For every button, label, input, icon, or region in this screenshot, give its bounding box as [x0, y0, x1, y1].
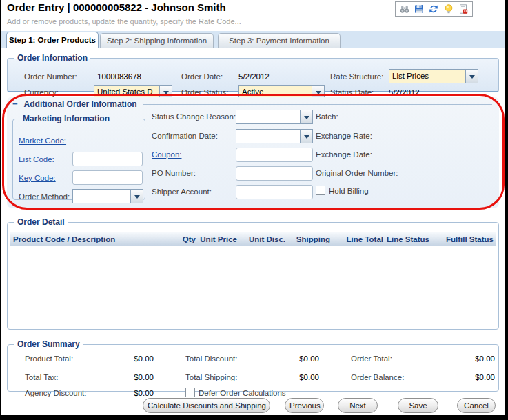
original-order-number-label: Original Order Number:: [316, 168, 398, 178]
status-date-label: Status Date:: [330, 88, 374, 97]
order-date-label: Order Date:: [181, 72, 223, 81]
order-balance-value: $0.00: [440, 372, 495, 382]
defer-order-calculations-checkbox[interactable]: [185, 388, 195, 397]
order-number-value: 1000083678: [97, 72, 141, 81]
column-qty: Qty: [158, 235, 196, 243]
order-number-label: Order Number:: [24, 72, 77, 81]
order-total-label: Order Total:: [351, 354, 392, 363]
rate-structure-select[interactable]: List Prices: [389, 69, 478, 83]
marketing-information-panel: Marketing Information Market Code: List …: [12, 114, 145, 200]
column-unit-disc: Unit Disc.: [237, 235, 285, 243]
previous-button[interactable]: Previous: [285, 398, 324, 413]
calculate-discounts-shipping-button[interactable]: Calculate Discounts and Shipping: [143, 398, 270, 413]
total-shipping-value: $0.00: [268, 372, 319, 382]
total-discount-value: $0.00: [268, 354, 319, 363]
status-change-reason-selected-value: [236, 110, 300, 123]
column-product-code-description: Product Code / Description: [10, 235, 158, 243]
chevron-down-icon[interactable]: [300, 130, 312, 143]
chevron-down-icon[interactable]: [465, 70, 478, 83]
exchange-rate-label: Exchange Rate:: [316, 131, 372, 141]
total-tax-label: Total Tax:: [25, 372, 58, 382]
chevron-down-icon[interactable]: [300, 110, 312, 123]
order-detail-header-row: Product Code / Description Qty Unit Pric…: [10, 232, 496, 246]
agency-discount-value: $0.00: [101, 388, 154, 398]
tab-strip: Step 1: Order Products Step 2: Shipping …: [1, 31, 505, 48]
total-discount-label: Total Discount:: [185, 354, 237, 363]
hold-billing-label: Hold Billing: [329, 186, 369, 196]
save-button[interactable]: Save: [398, 398, 438, 413]
total-tax-value: $0.00: [101, 372, 154, 382]
key-code-link[interactable]: Key Code:: [19, 173, 56, 183]
next-button[interactable]: Next: [338, 398, 378, 413]
order-information-legend: Order Information: [14, 53, 90, 63]
order-detail-legend: Order Detail: [14, 217, 68, 227]
order-method-label: Order Method:: [19, 192, 70, 201]
page-subtitle: Add or remove products, update the quant…: [7, 17, 241, 26]
column-fulfill-status: Fulfill Status: [433, 235, 496, 243]
agency-discount-label: Agency Discount:: [25, 388, 87, 398]
page-title: Order Entry | 000000005822 - Johnson Smi…: [7, 1, 226, 13]
product-total-label: Product Total:: [25, 354, 73, 363]
status-change-reason-label: Status Change Reason:: [152, 112, 236, 121]
screenshot-frame: Order Entry | 000000005822 - Johnson Smi…: [0, 0, 508, 420]
order-summary-legend: Order Summary: [14, 339, 83, 349]
order-entry-window: Order Entry | 000000005822 - Johnson Smi…: [1, 0, 505, 415]
additional-section-title: Additional Order Information: [24, 99, 137, 109]
column-line-status: Line Status: [383, 235, 433, 243]
list-code-link[interactable]: List Code:: [19, 154, 54, 164]
status-change-reason-select[interactable]: [236, 110, 313, 124]
confirmation-date-selected-value: [236, 130, 300, 143]
exchange-date-label: Exchange Date:: [316, 150, 372, 159]
column-unit-price: Unit Price: [196, 235, 237, 243]
shipper-account-input[interactable]: [236, 185, 313, 199]
tab-order-products[interactable]: Step 1: Order Products: [6, 32, 99, 48]
column-line-total: Line Total: [330, 235, 383, 243]
rate-structure-selected-value: List Prices: [389, 70, 465, 83]
defer-order-calculations-label: Defer Order Calculations: [199, 388, 286, 398]
po-number-input[interactable]: [236, 166, 313, 181]
chevron-down-icon[interactable]: [130, 190, 143, 203]
order-method-selected-value: [73, 190, 130, 203]
order-detail-panel: Order Detail Product Code / Description …: [7, 217, 499, 330]
po-number-label: PO Number:: [152, 168, 196, 178]
cancel-button[interactable]: Cancel: [457, 398, 496, 413]
binoculars-icon[interactable]: [399, 3, 410, 14]
order-status-label: Order Status:: [181, 88, 228, 97]
lightbulb-icon[interactable]: [443, 3, 454, 14]
total-shipping-label: Total Shipping:: [185, 372, 237, 382]
confirmation-date-label: Confirmation Date:: [152, 131, 218, 141]
tab-shipping-information[interactable]: Step 2: Shipping Information: [100, 33, 214, 48]
order-balance-label: Order Balance:: [351, 372, 404, 382]
confirmation-date-select[interactable]: [236, 129, 313, 143]
additional-section-header: − Additional Order Information: [12, 99, 492, 109]
currency-label: Currency:: [24, 88, 59, 97]
collapse-icon[interactable]: −: [12, 99, 18, 108]
shipper-account-label: Shipper Account:: [152, 187, 212, 197]
key-code-input[interactable]: [72, 170, 143, 185]
order-summary-panel: Order Summary Product Total: $0.00 Total…: [7, 339, 499, 392]
rate-structure-label: Rate Structure:: [330, 72, 383, 81]
refresh-icon[interactable]: [428, 3, 439, 14]
coupon-link[interactable]: Coupon:: [152, 150, 181, 159]
order-information-panel: Order Information Order Number: 10000836…: [7, 53, 499, 92]
batch-label: Batch:: [316, 112, 338, 121]
order-method-select[interactable]: [72, 189, 143, 203]
product-total-value: $0.00: [101, 354, 154, 363]
save-icon[interactable]: [414, 3, 425, 14]
additional-order-information-section: − Additional Order Information Marketing…: [7, 97, 499, 208]
tab-payment-information[interactable]: Step 3: Payment Information: [218, 33, 341, 48]
toolbar: [395, 1, 473, 17]
status-date-value: 5/2/2012: [389, 88, 420, 97]
marketing-information-legend: Marketing Information: [20, 114, 112, 123]
document-icon[interactable]: [458, 3, 469, 14]
section-rule: [143, 104, 492, 105]
order-date-value: 5/2/2012: [238, 72, 270, 81]
order-total-value: $0.00: [440, 354, 495, 363]
column-shipping: Shipping: [285, 235, 330, 243]
market-code-link[interactable]: Market Code:: [19, 136, 66, 146]
hold-billing-checkbox[interactable]: [316, 186, 325, 195]
coupon-input[interactable]: [236, 148, 313, 162]
list-code-input[interactable]: [72, 152, 143, 166]
